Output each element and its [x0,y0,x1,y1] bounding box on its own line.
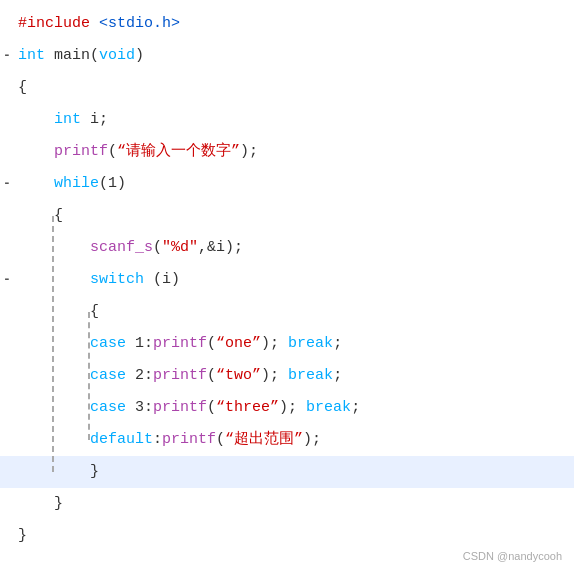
line-indicator: - [0,168,14,200]
code-content: printf(“请输入一个数字”); [14,136,574,168]
code-content: int i; [14,104,574,136]
token: “three” [216,399,279,416]
code-line: int i; [0,104,574,136]
token: ); [279,399,306,416]
code-line: } [0,488,574,520]
code-line: } [0,456,574,488]
token: int [54,111,81,128]
token: ); [303,431,321,448]
token: ( [207,367,216,384]
code-content: case 3:printf(“three”); break; [14,392,574,424]
code-line: { [0,72,574,104]
code-content: } [14,520,574,552]
token: ; [333,367,342,384]
code-line: case 3:printf(“three”); break; [0,392,574,424]
token: void [99,47,135,64]
token: printf [153,335,207,352]
token: (i) [144,271,180,288]
token: <stdio.h> [99,15,180,32]
token: switch [90,271,144,288]
token: printf [54,143,108,160]
token: ( [153,239,162,256]
code-content: case 2:printf(“two”); break; [14,360,574,392]
token: default [90,431,153,448]
code-content: } [14,488,574,520]
code-content: { [14,200,574,232]
token: } [90,463,99,480]
token: i; [81,111,108,128]
code-content: } [14,456,574,488]
code-content: default:printf(“超出范围”); [14,424,574,456]
token: 1: [126,335,153,352]
token: ); [261,335,288,352]
token: } [54,495,63,512]
token: ; [351,399,360,416]
token: main( [45,47,99,64]
code-line: - switch (i) [0,264,574,296]
line-indicator: - [0,40,14,72]
code-content: scanf_s("%d",&i); [14,232,574,264]
code-content: { [14,72,574,104]
token: { [54,207,63,224]
token: : [153,431,162,448]
token: case [90,367,126,384]
token: break [288,335,333,352]
code-line: printf(“请输入一个数字”); [0,136,574,168]
code-content: case 1:printf(“one”); break; [14,328,574,360]
token: case [90,335,126,352]
code-content: #include <stdio.h> [14,8,574,40]
token: ( [216,431,225,448]
code-line: { [0,200,574,232]
token: } [18,527,27,544]
code-line: { [0,296,574,328]
token: break [288,367,333,384]
token: ( [207,335,216,352]
token: { [90,303,99,320]
code-line: #include <stdio.h> [0,8,574,40]
token: printf [153,367,207,384]
token: (1) [99,175,126,192]
token: "%d" [162,239,198,256]
watermark: CSDN @nandycooh [463,550,562,562]
line-indicator: - [0,264,14,296]
token: printf [162,431,216,448]
code-line: } [0,520,574,552]
token: ( [207,399,216,416]
token: ; [333,335,342,352]
code-content: switch (i) [14,264,574,296]
token: “two” [216,367,261,384]
token: while [54,175,99,192]
code-editor: #include <stdio.h>-int main(void){ int i… [0,0,574,572]
token: “one” [216,335,261,352]
token: 2: [126,367,153,384]
code-line: - while(1) [0,168,574,200]
code-line: -int main(void) [0,40,574,72]
token: { [18,79,27,96]
token: case [90,399,126,416]
code-content: int main(void) [14,40,574,72]
token: break [306,399,351,416]
code-line: case 1:printf(“one”); break; [0,328,574,360]
token: #include [18,15,99,32]
token: int [18,47,45,64]
token: 3: [126,399,153,416]
code-line: scanf_s("%d",&i); [0,232,574,264]
token: printf [153,399,207,416]
code-content: { [14,296,574,328]
token: scanf_s [90,239,153,256]
token: “请输入一个数字” [117,143,240,160]
token: “超出范围” [225,431,303,448]
token: ); [240,143,258,160]
code-content: while(1) [14,168,574,200]
code-line: case 2:printf(“two”); break; [0,360,574,392]
token: ,&i); [198,239,243,256]
token: ( [108,143,117,160]
code-line: default:printf(“超出范围”); [0,424,574,456]
token: ); [261,367,288,384]
token: ) [135,47,144,64]
